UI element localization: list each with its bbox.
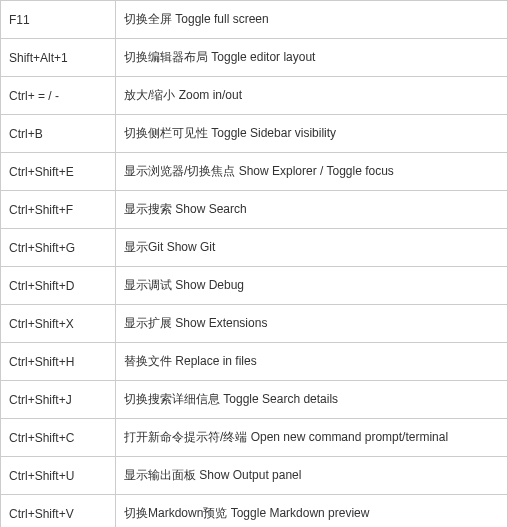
description-cell: 显示搜索 Show Search xyxy=(116,191,508,229)
table-row: Shift+Alt+1切换编辑器布局 Toggle editor layout xyxy=(1,39,508,77)
shortcut-cell: Ctrl+Shift+V xyxy=(1,495,116,528)
description-cell: 显示调试 Show Debug xyxy=(116,267,508,305)
shortcut-cell: Ctrl+Shift+X xyxy=(1,305,116,343)
shortcut-cell: Ctrl+Shift+J xyxy=(1,381,116,419)
description-cell: 切换搜索详细信息 Toggle Search details xyxy=(116,381,508,419)
shortcuts-table: F11切换全屏 Toggle full screen Shift+Alt+1切换… xyxy=(0,0,508,527)
table-row: Ctrl+Shift+D显示调试 Show Debug xyxy=(1,267,508,305)
shortcut-cell: Ctrl+Shift+U xyxy=(1,457,116,495)
shortcut-cell: Shift+Alt+1 xyxy=(1,39,116,77)
description-cell: 显示输出面板 Show Output panel xyxy=(116,457,508,495)
description-cell: 切换Markdown预览 Toggle Markdown preview xyxy=(116,495,508,528)
shortcut-cell: Ctrl+Shift+C xyxy=(1,419,116,457)
table-row: Ctrl+Shift+H替换文件 Replace in files xyxy=(1,343,508,381)
table-row: Ctrl+Shift+E显示浏览器/切换焦点 Show Explorer / T… xyxy=(1,153,508,191)
description-cell: 显示Git Show Git xyxy=(116,229,508,267)
shortcut-cell: F11 xyxy=(1,1,116,39)
table-row: Ctrl+B切换侧栏可见性 Toggle Sidebar visibility xyxy=(1,115,508,153)
description-cell: 切换侧栏可见性 Toggle Sidebar visibility xyxy=(116,115,508,153)
table-row: Ctrl+ = / -放大/缩小 Zoom in/out xyxy=(1,77,508,115)
table-row: Ctrl+Shift+J切换搜索详细信息 Toggle Search detai… xyxy=(1,381,508,419)
shortcuts-tbody: F11切换全屏 Toggle full screen Shift+Alt+1切换… xyxy=(1,1,508,528)
shortcut-cell: Ctrl+Shift+F xyxy=(1,191,116,229)
shortcut-cell: Ctrl+Shift+D xyxy=(1,267,116,305)
table-row: Ctrl+Shift+C打开新命令提示符/终端 Open new command… xyxy=(1,419,508,457)
table-row: F11切换全屏 Toggle full screen xyxy=(1,1,508,39)
table-row: Ctrl+Shift+X显示扩展 Show Extensions xyxy=(1,305,508,343)
description-cell: 放大/缩小 Zoom in/out xyxy=(116,77,508,115)
shortcut-cell: Ctrl+ = / - xyxy=(1,77,116,115)
table-row: Ctrl+Shift+G显示Git Show Git xyxy=(1,229,508,267)
table-row: Ctrl+Shift+F显示搜索 Show Search xyxy=(1,191,508,229)
description-cell: 打开新命令提示符/终端 Open new command prompt/term… xyxy=(116,419,508,457)
description-cell: 替换文件 Replace in files xyxy=(116,343,508,381)
shortcut-cell: Ctrl+B xyxy=(1,115,116,153)
shortcut-cell: Ctrl+Shift+G xyxy=(1,229,116,267)
description-cell: 切换编辑器布局 Toggle editor layout xyxy=(116,39,508,77)
description-cell: 切换全屏 Toggle full screen xyxy=(116,1,508,39)
table-row: Ctrl+Shift+V切换Markdown预览 Toggle Markdown… xyxy=(1,495,508,528)
table-row: Ctrl+Shift+U显示输出面板 Show Output panel xyxy=(1,457,508,495)
shortcut-cell: Ctrl+Shift+E xyxy=(1,153,116,191)
description-cell: 显示浏览器/切换焦点 Show Explorer / Toggle focus xyxy=(116,153,508,191)
description-cell: 显示扩展 Show Extensions xyxy=(116,305,508,343)
shortcut-cell: Ctrl+Shift+H xyxy=(1,343,116,381)
